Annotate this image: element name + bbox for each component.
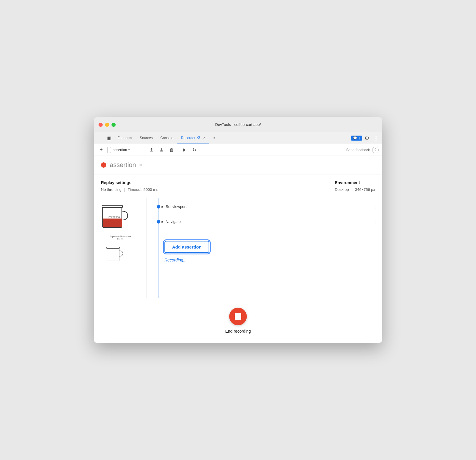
coffee-price-1: $12.00 xyxy=(100,238,141,240)
replay-settings-values: No throttling Timeout: 5000 ms xyxy=(101,187,158,192)
step-navigate[interactable]: ▶ Navigate xyxy=(162,219,377,224)
svg-text:ESPRESSO: ESPRESSO xyxy=(109,216,120,218)
step-more-2[interactable] xyxy=(373,219,377,224)
title-bar: DevTools - coffee-cart.app/ xyxy=(94,117,382,132)
add-assertion-area: Add assertion Recording... xyxy=(162,234,377,269)
tab-recorder[interactable]: Recorder ⚗ ✕ xyxy=(177,132,209,144)
device-toolbar-icon[interactable]: ▣ xyxy=(105,134,113,142)
tab-more[interactable]: » xyxy=(210,132,219,144)
import-button[interactable] xyxy=(158,146,165,154)
settings-section: Replay settings No throttling Timeout: 5… xyxy=(94,174,382,198)
traffic-lights xyxy=(99,123,116,127)
svg-rect-6 xyxy=(102,205,122,208)
thumbnail-panel: ESPRESSO Espresso Macchiato $12.00 xyxy=(94,198,147,298)
devtools-window: DevTools - coffee-cart.app/ ⬚ ▣ Elements… xyxy=(94,117,382,343)
replay-settings-label: Replay settings xyxy=(101,180,158,185)
play-button[interactable] xyxy=(180,146,188,154)
export-button[interactable] xyxy=(148,146,155,154)
coffee-cup-1: ESPRESSO Espresso Macchiato $12.00 xyxy=(94,198,147,241)
tab-console[interactable]: Console xyxy=(157,132,177,144)
throttling-value: No throttling xyxy=(101,187,122,192)
window-title: DevTools - coffee-cart.app/ xyxy=(215,122,261,127)
step-label-2: ▶ Navigate xyxy=(162,219,373,224)
timeline-container: ▶ Set viewport ▶ Navigate Add as xyxy=(147,198,382,298)
more-options-icon[interactable]: ⋮ xyxy=(372,134,380,142)
step-arrow-1: ▶ xyxy=(162,205,164,208)
thumbnail-item-1: ESPRESSO Espresso Macchiato $12.00 xyxy=(94,198,147,241)
tab-elements[interactable]: Elements xyxy=(114,132,136,144)
step-dot-1 xyxy=(157,205,160,209)
end-recording-label: End recording xyxy=(225,329,251,334)
coffee-cup-svg-1: ESPRESSO xyxy=(100,201,129,233)
stop-icon xyxy=(235,313,241,320)
environment-group: Environment Desktop 346×756 px xyxy=(335,180,375,192)
step-label-1: ▶ Set viewport xyxy=(162,204,373,209)
add-recording-button[interactable]: + xyxy=(97,146,105,154)
thumbnail-item-2 xyxy=(94,241,147,267)
recording-status: Recording... xyxy=(164,258,187,262)
dropdown-arrow-icon: ▾ xyxy=(128,148,130,151)
replay-settings-group: Replay settings No throttling Timeout: 5… xyxy=(101,180,158,192)
timeout-value: Timeout: 5000 ms xyxy=(128,187,158,192)
svg-rect-4 xyxy=(103,219,122,227)
minimize-button[interactable] xyxy=(105,123,109,127)
help-icon[interactable]: ? xyxy=(372,147,379,153)
toolbar-divider-1 xyxy=(107,147,108,153)
coffee-cup-svg-2 xyxy=(100,244,129,265)
stop-recording-button[interactable] xyxy=(229,308,247,325)
settings-divider-env xyxy=(352,188,352,192)
maximize-button[interactable] xyxy=(111,123,116,127)
steps-section: ESPRESSO Espresso Macchiato $12.00 xyxy=(94,198,382,298)
svg-marker-2 xyxy=(183,148,186,152)
step-more-1[interactable] xyxy=(373,204,377,209)
recording-header: assertion ✏ xyxy=(94,156,382,174)
settings-divider xyxy=(124,188,125,192)
import-icon xyxy=(159,148,164,152)
dimensions-value: 346×756 px xyxy=(355,187,375,192)
feedback-icon: 💬 xyxy=(353,136,357,140)
coffee-name-1: Espresso Macchiato xyxy=(100,235,141,238)
close-button[interactable] xyxy=(99,123,103,127)
delete-button[interactable]: 🗑 xyxy=(168,146,175,154)
recording-selector[interactable]: assertion ▾ xyxy=(110,147,145,153)
device-value: Desktop xyxy=(335,187,349,192)
coffee-cup-2 xyxy=(94,241,147,267)
play-icon xyxy=(182,148,186,152)
svg-rect-8 xyxy=(107,248,119,261)
inspect-element-icon[interactable]: ⬚ xyxy=(96,134,104,142)
svg-rect-0 xyxy=(150,151,153,151)
devtools-tab-bar: ⬚ ▣ Elements Sources Console Recorder ⚗ … xyxy=(94,132,382,144)
edit-title-icon[interactable]: ✏ xyxy=(139,163,143,167)
recording-dot xyxy=(101,162,106,168)
replay-button[interactable]: ↻ xyxy=(190,146,198,154)
step-arrow-2: ▶ xyxy=(162,220,164,223)
step-set-viewport[interactable]: ▶ Set viewport xyxy=(162,204,377,209)
recorder-toolbar: + assertion ▾ 🗑 ↻ Send feedback xyxy=(94,144,382,156)
end-recording-section: End recording xyxy=(94,298,382,343)
add-assertion-button[interactable]: Add assertion xyxy=(164,241,209,253)
feedback-badge[interactable]: 💬 1 xyxy=(351,136,362,141)
svg-rect-9 xyxy=(106,247,119,249)
step-dot-2 xyxy=(157,220,160,224)
send-feedback-link[interactable]: Send feedback xyxy=(346,148,370,152)
timeline-line xyxy=(159,198,159,298)
settings-icon[interactable]: ⚙ xyxy=(363,134,371,142)
environment-values: Desktop 346×756 px xyxy=(335,187,375,192)
export-icon xyxy=(149,148,154,152)
recording-title: assertion xyxy=(110,161,136,169)
environment-label: Environment xyxy=(335,180,375,185)
main-content: assertion ✏ Replay settings No throttlin… xyxy=(94,156,382,343)
toolbar-divider-2 xyxy=(178,147,178,153)
tab-recorder-close[interactable]: ✕ xyxy=(203,136,206,140)
tab-sources[interactable]: Sources xyxy=(136,132,156,144)
